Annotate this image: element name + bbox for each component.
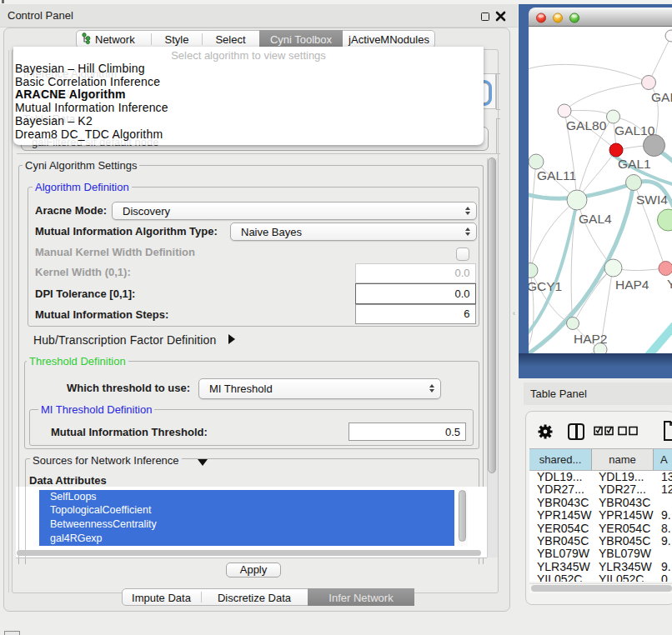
svg-text:GAL10: GAL10 <box>614 123 655 138</box>
svg-text:HAP2: HAP2 <box>574 332 608 346</box>
svg-text:GAL1: GAL1 <box>618 157 651 171</box>
svg-text:GAL80: GAL80 <box>566 118 607 132</box>
svg-text:GAL2: GAL2 <box>651 90 672 104</box>
svg-text:YJ: YJ <box>667 277 672 291</box>
svg-text:HAP4: HAP4 <box>615 278 649 292</box>
svg-text:GAL11: GAL11 <box>537 168 576 182</box>
svg-text:GAL4: GAL4 <box>579 212 612 226</box>
svg-text:GCY1: GCY1 <box>529 279 562 293</box>
svg-text:SWI4: SWI4 <box>636 192 668 207</box>
